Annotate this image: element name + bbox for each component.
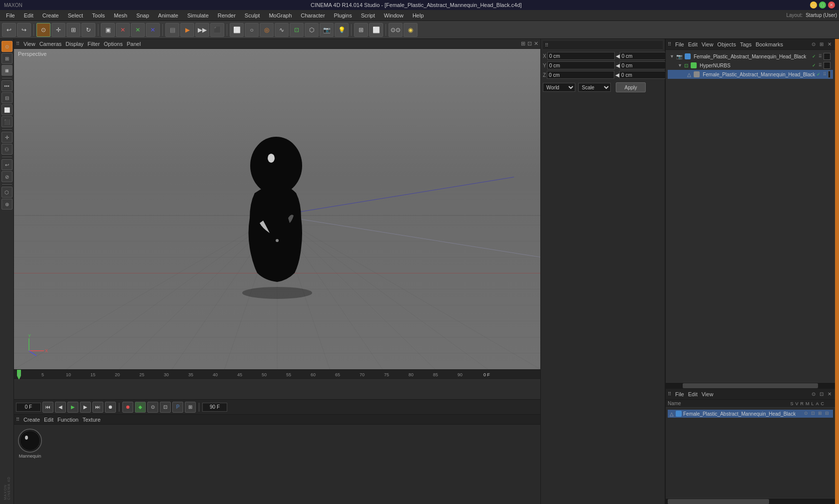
viewport-menu-options[interactable]: Options — [104, 41, 123, 47]
end-frame-input[interactable] — [202, 403, 227, 412]
playback-key[interactable]: ◆ — [135, 402, 146, 413]
rotate-button[interactable]: ↻ — [81, 23, 95, 37]
attr-menu-view[interactable]: View — [702, 391, 714, 397]
menu-plugins[interactable]: Plugins — [330, 11, 356, 19]
minimize-button[interactable]: ─ — [810, 1, 817, 8]
sphere-button[interactable]: ○ — [245, 23, 259, 37]
live-selection-button[interactable]: ⊙ — [36, 23, 50, 37]
playback-autokey[interactable]: ⊙ — [147, 402, 158, 413]
right-bottom-scrollbar[interactable] — [666, 498, 835, 504]
menu-window[interactable]: Window — [380, 11, 408, 19]
playback-motion[interactable]: ⊡ — [160, 402, 171, 413]
menu-edit[interactable]: Edit — [20, 11, 37, 19]
viewport-menu-view[interactable]: View — [23, 41, 35, 47]
scene-icon-2[interactable]: ⊞ — [818, 41, 825, 48]
stereo-button[interactable]: ⊙⊙ — [389, 23, 403, 37]
nurbs-button[interactable]: ⊡ — [290, 23, 304, 37]
viewport-menu-panel[interactable]: Panel — [127, 41, 141, 47]
x-axis-button[interactable]: ✕ — [116, 23, 130, 37]
viewport[interactable]: ⠿ View Cameras Display Filter Options Pa… — [14, 39, 540, 369]
tool-knife[interactable]: ⊘ — [1, 171, 12, 182]
viewport-menu-cameras[interactable]: Cameras — [39, 41, 62, 47]
apply-button[interactable]: Apply — [616, 82, 646, 92]
render-view-button[interactable]: ▶ — [180, 23, 194, 37]
object-mode-button[interactable]: ▣ — [101, 23, 115, 37]
menu-simulate[interactable]: Simulate — [183, 11, 213, 19]
mat-menu-edit[interactable]: Edit — [44, 417, 53, 423]
tool-bend[interactable]: ↩ — [1, 159, 12, 170]
viewport-icon-2[interactable]: ⊡ — [527, 40, 532, 47]
playback-prev-frame[interactable]: ◀ — [55, 402, 66, 413]
menu-create[interactable]: Create — [38, 11, 63, 19]
attr-row-mesh[interactable]: △ Female_Plastic_Abstract_Mannequin_Head… — [668, 410, 833, 418]
menu-script[interactable]: Script — [357, 11, 379, 19]
menu-character[interactable]: Character — [297, 11, 329, 19]
tool-edges[interactable]: ⊟ — [1, 92, 12, 103]
perspective-button[interactable]: ⬜ — [369, 23, 383, 37]
right-bottom-scrollbar-thumb[interactable] — [668, 499, 769, 504]
right-top-scrollbar-thumb[interactable] — [683, 383, 818, 388]
menu-snap[interactable]: Snap — [132, 11, 153, 19]
playback-nla[interactable]: P — [172, 402, 183, 413]
render-all-button[interactable]: ▶▶ — [195, 23, 209, 37]
playback-play[interactable]: ▶ — [67, 402, 78, 413]
scene-menu-edit[interactable]: Edit — [688, 41, 698, 47]
close-button[interactable]: ✕ — [828, 1, 835, 8]
playback-end[interactable]: ⏭ — [92, 402, 103, 413]
menu-mesh[interactable]: Mesh — [110, 11, 131, 19]
playback-start[interactable]: ⏮ — [42, 402, 53, 413]
viewport-canvas[interactable]: Perspective — [14, 49, 540, 369]
menu-render[interactable]: Render — [214, 11, 240, 19]
menu-file[interactable]: File — [2, 11, 19, 19]
viewport-menu-filter[interactable]: Filter — [87, 41, 99, 47]
camera-button[interactable]: 📷 — [320, 23, 334, 37]
attr-icon-3[interactable]: ✕ — [826, 391, 833, 398]
deformer-button[interactable]: ⬡ — [305, 23, 319, 37]
tree-row-nurbs[interactable]: ▼ ⊡ HyperNURBS ✓ ⠿ — [668, 61, 833, 70]
cylinder-button[interactable]: ◎ — [260, 23, 274, 37]
right-top-scrollbar[interactable] — [666, 382, 835, 388]
maximize-button[interactable]: □ — [819, 1, 826, 8]
move-button[interactable]: ✛ — [51, 23, 65, 37]
menu-select[interactable]: Select — [64, 11, 87, 19]
tool-polygons[interactable]: ⬜ — [1, 104, 12, 115]
attr-menu-edit[interactable]: Edit — [688, 391, 698, 397]
undo-button[interactable]: ↩ — [2, 23, 16, 37]
coord-scale-dropdown[interactable]: Scale Size — [578, 83, 611, 92]
timeline-track[interactable] — [14, 380, 540, 399]
timeline-ruler[interactable]: 0 5 10 15 20 25 30 35 40 45 50 55 60 65 … — [14, 370, 540, 380]
scene-menu-file[interactable]: File — [675, 41, 684, 47]
cube-button[interactable]: ⬜ — [230, 23, 244, 37]
tool-3d-cursor[interactable]: ✛ — [1, 132, 12, 143]
current-frame-input[interactable] — [16, 403, 41, 412]
attr-menu-file[interactable]: File — [675, 391, 684, 397]
menu-animate[interactable]: Animate — [154, 11, 182, 19]
viewport-icon-1[interactable]: ⊞ — [521, 40, 525, 47]
viewport-menu-display[interactable]: Display — [65, 41, 83, 47]
redo-button[interactable]: ↪ — [17, 23, 31, 37]
light-tool-button[interactable]: ◉ — [404, 23, 418, 37]
tool-sculpt-2[interactable]: ⊛ — [1, 199, 12, 210]
coord-y-input[interactable] — [547, 61, 615, 69]
coord-z-input[interactable] — [547, 71, 614, 79]
mat-mannequin[interactable]: Mannequin — [18, 429, 42, 459]
menu-mograph[interactable]: MoGraph — [265, 11, 296, 19]
viewport-icon-3[interactable]: ✕ — [534, 40, 538, 47]
render-region-button[interactable]: ▤ — [165, 23, 179, 37]
light-button[interactable]: 💡 — [335, 23, 349, 37]
playback-next-frame[interactable]: ▶ — [80, 402, 91, 413]
scene-menu-tags[interactable]: Tags — [740, 41, 752, 47]
playback-record[interactable]: ⏺ — [105, 402, 116, 413]
attr-icon-1[interactable]: ⊙ — [810, 391, 817, 398]
y-axis-button[interactable]: ✕ — [131, 23, 145, 37]
menu-sculpt[interactable]: Sculpt — [241, 11, 264, 19]
scene-menu-bookmarks[interactable]: Bookmarks — [756, 41, 783, 47]
menu-help[interactable]: Help — [409, 11, 428, 19]
spline-button[interactable]: ∿ — [275, 23, 289, 37]
tool-points[interactable]: ••• — [1, 80, 12, 91]
tool-magnet[interactable]: ⚇ — [1, 144, 12, 155]
scene-icon-3[interactable]: ✕ — [826, 41, 833, 48]
z-axis-button[interactable]: ✕ — [146, 23, 160, 37]
scene-menu-objects[interactable]: Objects — [717, 41, 736, 47]
tool-uv[interactable]: ⬛ — [1, 116, 12, 127]
